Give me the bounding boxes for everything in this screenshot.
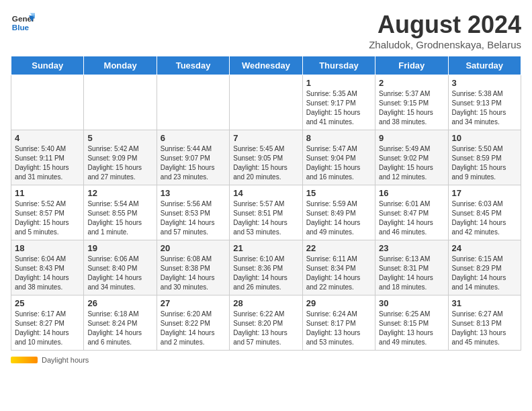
calendar-cell xyxy=(230,75,302,130)
day-number: 31 xyxy=(452,298,517,308)
daylight-bar xyxy=(11,357,38,363)
day-number: 20 xyxy=(161,243,226,253)
calendar-cell: 20Sunrise: 6:08 AM Sunset: 8:38 PM Dayli… xyxy=(157,240,229,295)
day-number: 28 xyxy=(233,298,298,308)
day-info: Sunrise: 5:42 AM Sunset: 9:09 PM Dayligh… xyxy=(87,144,152,182)
day-info: Sunrise: 6:06 AM Sunset: 8:40 PM Dayligh… xyxy=(87,255,152,292)
day-info: Sunrise: 5:54 AM Sunset: 8:55 PM Dayligh… xyxy=(87,199,152,237)
day-info: Sunrise: 6:11 AM Sunset: 8:34 PM Dayligh… xyxy=(306,255,371,292)
calendar-cell: 14Sunrise: 5:57 AM Sunset: 8:51 PM Dayli… xyxy=(230,185,302,240)
day-number: 4 xyxy=(15,133,80,143)
day-number: 11 xyxy=(15,188,80,198)
calendar-cell xyxy=(11,75,84,130)
day-info: Sunrise: 5:38 AM Sunset: 9:13 PM Dayligh… xyxy=(452,89,517,127)
calendar-table: SundayMondayTuesdayWednesdayThursdayFrid… xyxy=(11,56,521,351)
day-info: Sunrise: 5:56 AM Sunset: 8:53 PM Dayligh… xyxy=(161,199,226,237)
calendar-cell: 4Sunrise: 5:40 AM Sunset: 9:11 PM Daylig… xyxy=(11,130,84,185)
calendar-cell: 16Sunrise: 6:01 AM Sunset: 8:47 PM Dayli… xyxy=(375,185,448,240)
day-number: 7 xyxy=(233,133,298,143)
day-info: Sunrise: 6:18 AM Sunset: 8:24 PM Dayligh… xyxy=(87,310,152,347)
calendar-cell xyxy=(157,75,229,130)
day-info: Sunrise: 6:24 AM Sunset: 8:17 PM Dayligh… xyxy=(306,310,371,347)
day-info: Sunrise: 5:57 AM Sunset: 8:51 PM Dayligh… xyxy=(233,199,298,237)
calendar-cell: 21Sunrise: 6:10 AM Sunset: 8:36 PM Dayli… xyxy=(230,240,302,295)
day-number: 23 xyxy=(379,243,444,253)
day-info: Sunrise: 6:04 AM Sunset: 8:43 PM Dayligh… xyxy=(15,255,80,292)
day-number: 18 xyxy=(15,243,80,253)
title-block: August 2024 Zhaludok, Grodnenskaya, Bela… xyxy=(369,11,521,50)
calendar-cell: 17Sunrise: 6:03 AM Sunset: 8:45 PM Dayli… xyxy=(448,185,521,240)
svg-text:Blue: Blue xyxy=(12,23,30,32)
day-header-tuesday: Tuesday xyxy=(157,56,229,75)
logo: General Blue xyxy=(11,11,35,35)
day-number: 24 xyxy=(452,243,517,253)
day-number: 9 xyxy=(379,133,444,143)
day-number: 25 xyxy=(15,298,80,308)
day-info: Sunrise: 5:44 AM Sunset: 9:07 PM Dayligh… xyxy=(161,144,226,182)
calendar-cell: 31Sunrise: 6:27 AM Sunset: 8:13 PM Dayli… xyxy=(448,295,521,351)
calendar-cell: 29Sunrise: 6:24 AM Sunset: 8:17 PM Dayli… xyxy=(302,295,375,351)
day-number: 1 xyxy=(306,78,371,88)
day-number: 3 xyxy=(452,78,517,88)
day-number: 10 xyxy=(452,133,517,143)
day-number: 8 xyxy=(306,133,371,143)
day-info: Sunrise: 6:22 AM Sunset: 8:20 PM Dayligh… xyxy=(233,310,298,347)
day-number: 13 xyxy=(161,188,226,198)
calendar-cell: 24Sunrise: 6:15 AM Sunset: 8:29 PM Dayli… xyxy=(448,240,521,295)
day-info: Sunrise: 6:13 AM Sunset: 8:31 PM Dayligh… xyxy=(379,255,444,292)
day-info: Sunrise: 5:59 AM Sunset: 8:49 PM Dayligh… xyxy=(306,199,371,237)
calendar-title: August 2024 xyxy=(369,11,521,39)
day-info: Sunrise: 5:37 AM Sunset: 9:15 PM Dayligh… xyxy=(379,89,444,127)
calendar-cell: 25Sunrise: 6:17 AM Sunset: 8:27 PM Dayli… xyxy=(11,295,84,351)
day-number: 12 xyxy=(87,188,152,198)
calendar-week-2: 4Sunrise: 5:40 AM Sunset: 9:11 PM Daylig… xyxy=(11,130,521,185)
day-header-sunday: Sunday xyxy=(11,56,84,75)
day-info: Sunrise: 6:25 AM Sunset: 8:15 PM Dayligh… xyxy=(379,310,444,347)
day-info: Sunrise: 6:15 AM Sunset: 8:29 PM Dayligh… xyxy=(452,255,517,292)
day-info: Sunrise: 5:45 AM Sunset: 9:05 PM Dayligh… xyxy=(233,144,298,182)
calendar-cell: 10Sunrise: 5:50 AM Sunset: 8:59 PM Dayli… xyxy=(448,130,521,185)
day-number: 14 xyxy=(233,188,298,198)
day-header-monday: Monday xyxy=(84,56,157,75)
calendar-cell: 7Sunrise: 5:45 AM Sunset: 9:05 PM Daylig… xyxy=(230,130,302,185)
calendar-subtitle: Zhaludok, Grodnenskaya, Belarus xyxy=(369,39,521,50)
day-info: Sunrise: 6:20 AM Sunset: 8:22 PM Dayligh… xyxy=(161,310,226,347)
day-number: 5 xyxy=(87,133,152,143)
day-header-thursday: Thursday xyxy=(302,56,375,75)
calendar-week-4: 18Sunrise: 6:04 AM Sunset: 8:43 PM Dayli… xyxy=(11,240,521,295)
calendar-cell: 8Sunrise: 5:47 AM Sunset: 9:04 PM Daylig… xyxy=(302,130,375,185)
calendar-cell: 22Sunrise: 6:11 AM Sunset: 8:34 PM Dayli… xyxy=(302,240,375,295)
day-number: 15 xyxy=(306,188,371,198)
header-row: SundayMondayTuesdayWednesdayThursdayFrid… xyxy=(11,56,521,75)
day-info: Sunrise: 6:08 AM Sunset: 8:38 PM Dayligh… xyxy=(161,255,226,292)
calendar-week-1: 1Sunrise: 5:35 AM Sunset: 9:17 PM Daylig… xyxy=(11,75,521,130)
calendar-cell: 3Sunrise: 5:38 AM Sunset: 9:13 PM Daylig… xyxy=(448,75,521,130)
calendar-cell: 12Sunrise: 5:54 AM Sunset: 8:55 PM Dayli… xyxy=(84,185,157,240)
calendar-week-3: 11Sunrise: 5:52 AM Sunset: 8:57 PM Dayli… xyxy=(11,185,521,240)
day-header-wednesday: Wednesday xyxy=(230,56,302,75)
calendar-cell: 18Sunrise: 6:04 AM Sunset: 8:43 PM Dayli… xyxy=(11,240,84,295)
day-info: Sunrise: 6:17 AM Sunset: 8:27 PM Dayligh… xyxy=(15,310,80,347)
day-info: Sunrise: 6:01 AM Sunset: 8:47 PM Dayligh… xyxy=(379,199,444,237)
calendar-cell: 5Sunrise: 5:42 AM Sunset: 9:09 PM Daylig… xyxy=(84,130,157,185)
day-number: 2 xyxy=(379,78,444,88)
calendar-cell: 9Sunrise: 5:49 AM Sunset: 9:02 PM Daylig… xyxy=(375,130,448,185)
day-header-friday: Friday xyxy=(375,56,448,75)
day-number: 26 xyxy=(87,298,152,308)
calendar-cell: 26Sunrise: 6:18 AM Sunset: 8:24 PM Dayli… xyxy=(84,295,157,351)
calendar-cell: 30Sunrise: 6:25 AM Sunset: 8:15 PM Dayli… xyxy=(375,295,448,351)
day-info: Sunrise: 6:03 AM Sunset: 8:45 PM Dayligh… xyxy=(452,199,517,237)
footer: Daylight hours xyxy=(11,356,521,364)
calendar-cell: 15Sunrise: 5:59 AM Sunset: 8:49 PM Dayli… xyxy=(302,185,375,240)
day-info: Sunrise: 5:35 AM Sunset: 9:17 PM Dayligh… xyxy=(306,89,371,127)
day-number: 16 xyxy=(379,188,444,198)
day-number: 19 xyxy=(87,243,152,253)
day-number: 22 xyxy=(306,243,371,253)
day-info: Sunrise: 5:49 AM Sunset: 9:02 PM Dayligh… xyxy=(379,144,444,182)
calendar-cell: 1Sunrise: 5:35 AM Sunset: 9:17 PM Daylig… xyxy=(302,75,375,130)
day-info: Sunrise: 6:27 AM Sunset: 8:13 PM Dayligh… xyxy=(452,310,517,347)
day-number: 27 xyxy=(161,298,226,308)
calendar-cell: 6Sunrise: 5:44 AM Sunset: 9:07 PM Daylig… xyxy=(157,130,229,185)
day-info: Sunrise: 5:47 AM Sunset: 9:04 PM Dayligh… xyxy=(306,144,371,182)
day-number: 30 xyxy=(379,298,444,308)
